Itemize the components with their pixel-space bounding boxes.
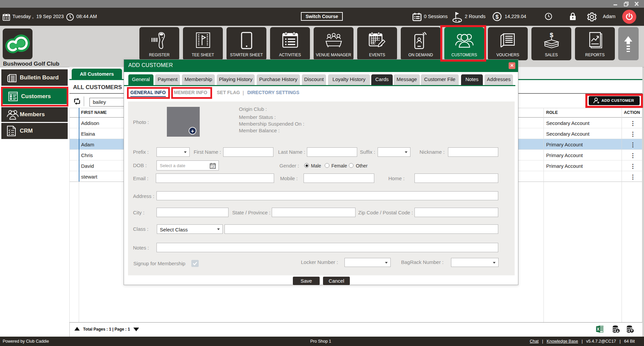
svg-text:X: X [597,327,599,332]
svg-text:$: $ [496,14,499,20]
svg-text:$: $ [550,32,553,39]
svg-text:14: 14 [211,165,214,168]
